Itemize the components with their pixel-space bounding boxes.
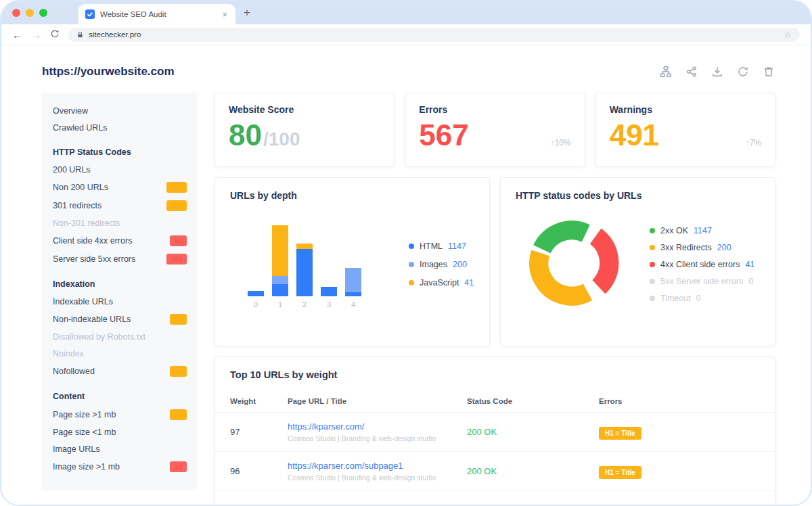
back-icon[interactable]: ←: [12, 30, 22, 40]
bar-segment-images: [345, 268, 361, 292]
legend-item: 4xx Client side errors41: [650, 260, 754, 269]
bookmark-star-icon[interactable]: ☆: [784, 30, 792, 40]
donut-chart-wrap: [521, 212, 623, 317]
legend-label: 5xx Server side errors: [660, 277, 743, 286]
legend-value: 1147: [448, 242, 466, 251]
new-tab-button[interactable]: +: [244, 6, 250, 20]
reload-icon[interactable]: [50, 29, 60, 40]
bar-x-label: 3: [327, 300, 331, 308]
page-url-link[interactable]: https://kparser.com/: [288, 421, 467, 432]
chart-title: HTTP status codes by URLs: [516, 190, 760, 201]
bar-stack: [321, 225, 337, 296]
sidebar-item-label: Indexable URLs: [53, 297, 113, 306]
sidebar-item[interactable]: 301 redirects200: [53, 196, 187, 214]
table-header: Weight Page URL / Title Status Code Erro…: [215, 390, 775, 413]
sidebar-item[interactable]: Non-indexable URLs46: [53, 310, 187, 328]
cell-status: 200 OK: [467, 466, 599, 476]
legend-item: HTML1147: [409, 242, 474, 251]
trash-icon: [763, 66, 775, 78]
legend-label: Timeout: [660, 294, 691, 303]
sidebar-item[interactable]: Client side 4xx errors51: [53, 231, 187, 250]
tab-close-icon[interactable]: ×: [221, 9, 229, 20]
bar-column: 2: [296, 225, 313, 308]
sidebar-item[interactable]: Disallowed by Robots.txt: [53, 328, 187, 345]
legend-item: JavaScript41: [409, 278, 474, 288]
stat-value: 567: [419, 120, 468, 150]
address-bar[interactable]: sitechecker.pro ☆: [68, 28, 800, 42]
download-icon: [711, 66, 723, 78]
legend-dot-icon: [409, 280, 414, 285]
bar-x-label: 4: [351, 300, 355, 308]
stat-value: 80: [229, 120, 262, 150]
browser-tab[interactable]: Website SEO Audit ×: [78, 4, 235, 24]
bar-legend: HTML1147Images200JavaScript41: [409, 242, 474, 288]
sidebar-item[interactable]: 200 URLs: [53, 161, 187, 178]
sidebar-item-label: Overview: [53, 106, 88, 116]
sidebar-item[interactable]: Image URLs: [53, 440, 187, 457]
bar-segment-html: [296, 249, 313, 296]
legend-dot-icon: [650, 279, 655, 284]
audited-site-url[interactable]: https://yourwebsite.com: [42, 65, 175, 78]
col-status-code: Status Code: [467, 397, 599, 405]
urls-by-depth-card: URLs by depth 01234 HTML1147Images200Jav…: [215, 177, 490, 346]
lock-icon: [76, 31, 84, 39]
sidebar-item[interactable]: Crawled URLs: [53, 119, 187, 136]
bar-chart-plot: 01234: [248, 221, 361, 308]
sitemap-button[interactable]: [659, 65, 673, 78]
page-url-link[interactable]: https://kparser.com/subpage1: [288, 461, 467, 471]
cell-page-url: https://kparser.com/subpage1Cosmos Studi…: [288, 461, 467, 482]
sidebar-item-label: Disallowed by Robots.txt: [53, 332, 145, 342]
sidebar-item-badge: 352: [166, 182, 187, 193]
tab-title: Website SEO Audit: [100, 10, 215, 18]
stat-card-errors: Errors 567 ↑10%: [405, 93, 585, 167]
bar-column: 4: [345, 225, 361, 308]
legend-value: 1147: [694, 226, 712, 235]
sidebar-item[interactable]: Indexable URLs: [53, 293, 187, 310]
sidebar-item[interactable]: Nofollowed46: [53, 362, 187, 380]
close-window-button[interactable]: [12, 9, 20, 17]
legend-label: HTML: [420, 242, 443, 251]
sidebar-item-label: Client side 4xx errors: [53, 236, 132, 246]
sidebar-group-title: Indexation: [53, 279, 187, 289]
refresh-button[interactable]: [736, 65, 750, 78]
sidebar-item[interactable]: Noindex: [53, 345, 187, 362]
legend-label: JavaScript: [420, 278, 459, 288]
share-button[interactable]: [685, 65, 698, 78]
legend-value: 0: [696, 294, 701, 303]
sidebar-item[interactable]: Image size >1 mb22: [53, 457, 187, 476]
forward-icon[interactable]: →: [31, 30, 41, 40]
sidebar-item[interactable]: Server side 5xx errors101: [53, 250, 187, 268]
table-row: 96https://kparser.com/subpage1Cosmos Stu…: [215, 452, 775, 491]
sidebar-item-label: 301 redirects: [53, 201, 102, 210]
legend-dot-icon: [650, 245, 655, 250]
page-title-text: Cosmos Studio | Branding & web-design st…: [288, 474, 467, 482]
cell-page-url: https://kparser.com/Cosmos Studio | Bran…: [288, 421, 467, 442]
legend-dot-icon: [650, 296, 655, 301]
bar-segment-html: [321, 287, 337, 296]
sidebar-item[interactable]: Non 200 URLs352: [53, 178, 187, 196]
donut-legend: 2xx OK11473xx Redirects2004xx Client sid…: [650, 226, 754, 303]
sidebar-item[interactable]: Overview: [53, 102, 187, 119]
legend-value: 0: [748, 277, 753, 286]
legend-dot-icon: [650, 228, 655, 233]
bar-x-label: 0: [254, 300, 258, 308]
sidebar-item[interactable]: Page size >1 mb13: [53, 405, 187, 423]
maximize-window-button[interactable]: [39, 9, 47, 17]
sidebar-item[interactable]: Page size <1 mb: [53, 423, 187, 440]
delete-button[interactable]: [762, 65, 775, 78]
sidebar-item[interactable]: Non-301 redirects: [53, 214, 187, 231]
cell-status: 200 OK: [467, 427, 599, 437]
cell-weight: 97: [230, 427, 288, 437]
chart-title: URLs by depth: [230, 190, 474, 201]
legend-item: Images200: [409, 260, 474, 269]
legend-item: 3xx Redirects200: [650, 243, 754, 252]
cell-errors: H1 = Title: [599, 465, 760, 478]
minimize-window-button[interactable]: [26, 9, 34, 17]
main-panel: Website Score 80 /100 Errors 567 ↑10%: [215, 93, 775, 506]
error-badge: H1 = Title: [599, 466, 641, 479]
download-button[interactable]: [710, 65, 724, 78]
sidebar-item-label: Crawled URLs: [53, 123, 108, 133]
donut-chart: [521, 212, 623, 314]
browser-toolbar: ← → sitechecker.pro ☆: [1, 24, 811, 45]
sidebar-item-label: Image size >1 mb: [53, 462, 120, 472]
